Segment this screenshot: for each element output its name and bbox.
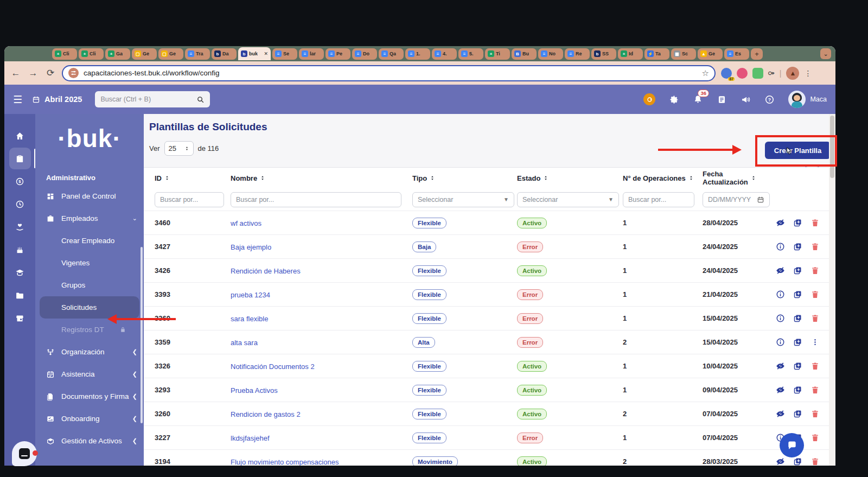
- column-header-estado[interactable]: Estado: [517, 174, 623, 182]
- trash-icon[interactable]: [810, 433, 820, 442]
- copy-icon[interactable]: [793, 361, 802, 371]
- copy-icon[interactable]: [793, 385, 802, 395]
- browser-tab[interactable]: ≡lar: [299, 48, 324, 60]
- hamburger-menu-icon[interactable]: ☰: [13, 93, 22, 106]
- browser-menu-icon[interactable]: ⋮: [804, 69, 812, 78]
- sort-icon[interactable]: [260, 175, 265, 181]
- rail-files-icon[interactable]: [9, 284, 31, 306]
- eye-off-icon[interactable]: [776, 409, 785, 418]
- info-icon[interactable]: [776, 338, 785, 347]
- copy-icon[interactable]: [793, 290, 802, 299]
- column-header-nombre[interactable]: Nombre: [231, 174, 412, 182]
- info-icon[interactable]: [776, 290, 785, 299]
- copy-icon[interactable]: [793, 409, 802, 418]
- browser-tab[interactable]: ≡5.: [458, 48, 483, 60]
- column-header-tipo[interactable]: Tipo: [412, 174, 517, 182]
- page-scrollbar[interactable]: [829, 114, 835, 466]
- copy-icon[interactable]: [793, 242, 802, 251]
- column-header-fecha-actualizaci-n[interactable]: FechaActualización: [703, 170, 776, 186]
- global-search[interactable]: [95, 91, 210, 107]
- browser-tab[interactable]: +Ga: [105, 48, 130, 60]
- template-name-link[interactable]: Prueba Activos: [231, 386, 278, 395]
- period-selector[interactable]: Abril 2025: [32, 95, 82, 104]
- info-icon[interactable]: [776, 314, 785, 323]
- extension-icon[interactable]: [737, 68, 748, 79]
- calendar-icon[interactable]: [757, 196, 764, 203]
- template-name-link[interactable]: alta sara: [231, 339, 258, 347]
- browser-tab[interactable]: ≡Se: [272, 48, 297, 60]
- filter-nombre[interactable]: Buscar por...: [231, 192, 401, 207]
- gear-icon[interactable]: [669, 94, 679, 105]
- browser-tab[interactable]: ≡Pe: [326, 48, 350, 60]
- column-header-n-de-operaciones[interactable]: N° de Operaciones: [623, 174, 703, 182]
- support-icon[interactable]: [643, 93, 655, 105]
- sort-icon[interactable]: [543, 175, 548, 181]
- new-tab-button[interactable]: +: [751, 48, 763, 60]
- help-icon[interactable]: ?: [764, 94, 775, 105]
- sidebar-item-gesti-n-de-activos[interactable]: Gestión de Activos❮: [35, 430, 144, 452]
- rail-benefits-icon[interactable]: [9, 216, 31, 238]
- rail-clock-icon[interactable]: [9, 193, 31, 215]
- template-name-link[interactable]: sara flexible: [231, 315, 268, 323]
- filter-n-de-operaciones[interactable]: Buscar por...: [623, 192, 694, 207]
- copy-icon[interactable]: [793, 266, 802, 275]
- eye-off-icon[interactable]: [776, 266, 785, 275]
- trash-icon[interactable]: [810, 242, 820, 251]
- rail-training-icon[interactable]: [9, 262, 31, 283]
- browser-tab[interactable]: ≡Es: [724, 48, 749, 60]
- user-menu[interactable]: Maca: [788, 91, 827, 108]
- trash-icon[interactable]: [810, 218, 820, 227]
- trash-icon[interactable]: [810, 409, 820, 418]
- close-tab-icon[interactable]: ✕: [264, 51, 268, 56]
- sidebar-item-grupos[interactable]: Grupos: [35, 274, 144, 296]
- browser-tab[interactable]: BBu: [512, 48, 537, 60]
- filter-id[interactable]: Buscar por...: [155, 192, 224, 207]
- template-name-link[interactable]: lkdsjfasjehef: [231, 434, 270, 442]
- trash-icon[interactable]: [810, 314, 820, 323]
- trash-icon[interactable]: [810, 385, 820, 395]
- forward-icon[interactable]: →: [27, 68, 39, 79]
- extensions-puzzle-icon[interactable]: ⚩: [768, 69, 775, 78]
- trash-icon[interactable]: [810, 457, 820, 466]
- browser-tab[interactable]: ≡Qa: [379, 48, 404, 60]
- trash-icon[interactable]: [810, 361, 820, 371]
- browser-tab[interactable]: bSS: [591, 48, 616, 60]
- rail-money-icon[interactable]: $: [9, 170, 31, 192]
- copy-icon[interactable]: [793, 314, 802, 323]
- bookmark-star-icon[interactable]: ☆: [702, 68, 709, 78]
- template-name-link[interactable]: Flujo movimiento compensaciones: [231, 458, 339, 466]
- note-icon[interactable]: [717, 94, 727, 105]
- sidebar-item-organizaci-n[interactable]: Organización❮: [35, 341, 144, 363]
- rail-marketplace-icon[interactable]: [9, 307, 31, 329]
- browser-tab[interactable]: ▢Ge: [132, 48, 157, 60]
- sidebar-item-empleados[interactable]: Empleados⌄: [35, 207, 144, 230]
- copy-icon[interactable]: [793, 338, 802, 347]
- info-icon[interactable]: [776, 242, 785, 251]
- back-icon[interactable]: ←: [10, 68, 22, 79]
- sidebar-item-crear-empleado[interactable]: Crear Empleado: [35, 230, 144, 252]
- search-input[interactable]: [100, 96, 196, 103]
- trash-icon[interactable]: [810, 266, 820, 275]
- browser-profile-avatar[interactable]: ▲: [786, 67, 799, 80]
- sidebar-item-vigentes[interactable]: Vigentes: [35, 252, 144, 274]
- browser-tab[interactable]: ≡Do: [352, 48, 377, 60]
- browser-tab[interactable]: ▲Ge: [698, 48, 723, 60]
- template-name-link[interactable]: prueba 1234: [231, 291, 270, 299]
- rail-celebrations-icon[interactable]: [9, 239, 31, 260]
- extension-icon[interactable]: 87: [721, 68, 732, 79]
- sort-icon[interactable]: [164, 175, 170, 181]
- browser-tab[interactable]: +Ti: [485, 48, 510, 60]
- copy-icon[interactable]: [793, 457, 802, 466]
- bell-icon[interactable]: 36: [693, 94, 703, 105]
- megaphone-icon[interactable]: [741, 94, 751, 105]
- sidebar-item-registros-dt[interactable]: Registros DT: [35, 319, 144, 341]
- kebab-icon[interactable]: [810, 338, 820, 347]
- eye-off-icon[interactable]: [776, 218, 785, 227]
- browser-tab[interactable]: ≡No: [538, 48, 563, 60]
- trash-icon[interactable]: [810, 290, 820, 299]
- site-settings-icon[interactable]: [68, 68, 79, 78]
- browser-tab[interactable]: +Cli: [52, 48, 77, 60]
- per-page-select[interactable]: 25: [164, 141, 194, 156]
- template-name-link[interactable]: Baja ejemplo: [231, 243, 271, 251]
- template-name-link[interactable]: wf activos: [231, 219, 261, 227]
